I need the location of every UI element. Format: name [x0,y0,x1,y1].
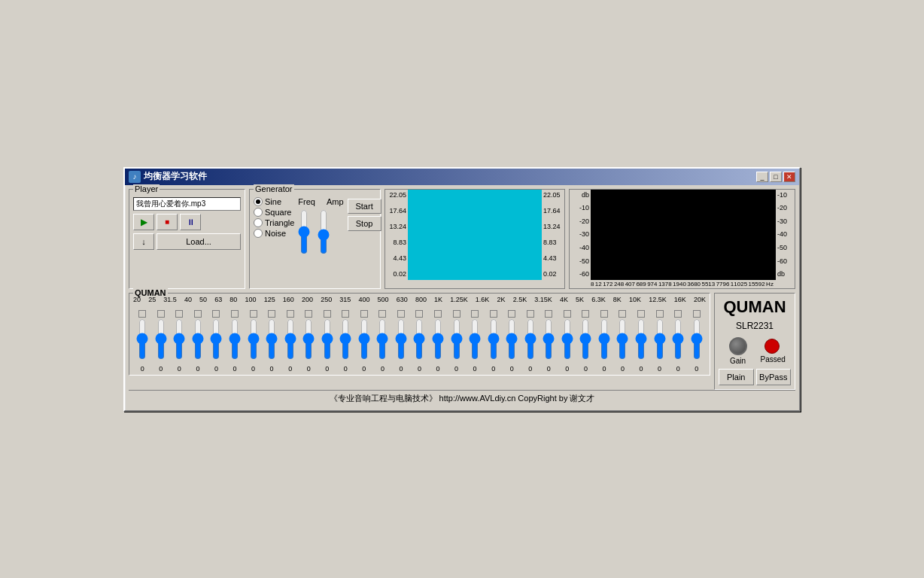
square-label: Square [265,208,291,217]
gen-stop-button[interactable]: Stop [348,216,381,231]
sine-label: Sine [265,197,281,206]
eq-slider-col-400 [373,310,392,360]
eq-top-6.3K [600,310,608,318]
sine-radio[interactable] [254,197,263,206]
amp-label: Amp [327,197,344,206]
eq-value-100: 0 [263,365,281,373]
plain-button[interactable]: Plain [719,369,754,385]
eq-band-12.5K[interactable] [655,318,665,360]
title-bar: ♪ 均衡器学习软件 _ □ ✕ [125,169,799,185]
eq-band-8K[interactable] [617,318,628,360]
yr-label-4: 8.83 [543,239,563,246]
noise-radio[interactable] [254,229,263,238]
eq-value-5K: 0 [576,365,595,373]
yr-label-6: 0.02 [543,270,563,278]
eq-slider-col-2.5K [521,310,540,360]
eq-top-1.6K [490,310,497,318]
sine-option[interactable]: Sine [254,197,294,206]
square-option[interactable]: Square [254,208,294,217]
eq-value-3.15K: 0 [540,365,558,373]
eq-band-160[interactable] [303,318,314,360]
square-radio[interactable] [254,208,263,217]
stop-icon: ■ [165,218,169,226]
eq-band-50[interactable] [211,318,221,360]
player-label: Player [133,184,160,193]
pause-button[interactable]: ⏸ [180,214,201,230]
eq-top-4K [564,310,571,318]
eq-band-1K[interactable] [451,318,462,360]
eq-slider-col-630 [410,310,429,360]
play-button[interactable]: ▶ [133,214,154,230]
gain-knob[interactable] [729,337,747,355]
spectrum-canvas [408,190,542,280]
amp-slider[interactable] [318,209,330,254]
eq-band-20K[interactable] [691,318,702,360]
spectrum-panel: 22.05 17.64 13.24 8.83 4.43 0.02 22.05 1… [384,189,565,289]
player-filename: 我曾用心爱着你.mp3 [133,197,241,211]
main-window: ♪ 均衡器学习软件 _ □ ✕ Player 我曾用心爱着你.mp3 ▶ ■ [123,167,801,412]
eq-band-10K[interactable] [636,318,646,360]
generator-label: Generator [254,184,294,193]
eq-slider-col-31.5 [170,310,189,360]
eq-top-40 [194,310,202,318]
eq-top-250 [342,310,349,318]
eq-band-100[interactable] [266,318,277,360]
triangle-option[interactable]: Triangle [254,218,294,227]
eq-value-2.5K: 0 [521,365,540,373]
eq-value-4K: 0 [558,365,577,373]
bypass-button[interactable]: ByPass [756,369,792,385]
eq-band-63[interactable] [229,318,240,360]
eq-band-800[interactable] [433,318,443,360]
eq-band-1.6K[interactable] [488,318,499,360]
noise-label: Noise [265,229,286,238]
eq-band-400[interactable] [377,318,388,360]
spectrum-y-right: 22.05 17.64 13.24 8.83 4.43 0.02 [542,190,564,280]
eq-slider-col-8K [613,310,632,360]
eq-band-2K[interactable] [506,318,517,360]
close-button[interactable]: ✕ [783,172,795,182]
eq-value-31.5: 0 [170,365,189,373]
eq-value-125: 0 [281,365,299,373]
eq-band-200[interactable] [322,318,333,360]
eq-band-6.3K[interactable] [599,318,609,360]
minimize-button[interactable]: _ [756,172,768,182]
eq-band-3.15K[interactable] [543,318,554,360]
eq-frequencies: 20 25 31.5 40 50 63 80 100 125 160 200 2… [132,296,707,303]
freq-slider[interactable] [298,209,310,254]
triangle-radio[interactable] [254,218,263,227]
eq-band-25[interactable] [156,318,166,360]
eq-band-2.5K[interactable] [525,318,536,360]
eq-band-4K[interactable] [562,318,573,360]
eq-band-250[interactable] [340,318,351,360]
load-button[interactable]: Load... [157,233,241,250]
freq-amp-labels: Freq Amp [298,197,343,206]
eq-value-40: 0 [189,365,208,373]
start-button[interactable]: Start [348,199,381,214]
noise-option[interactable]: Noise [254,229,294,238]
eq-band-315[interactable] [359,318,369,360]
eq-band-500[interactable] [396,318,406,360]
eq-slider-col-3.15K [540,310,558,360]
eq-band-630[interactable] [414,318,424,360]
stop-button[interactable]: ■ [157,214,178,230]
eq-band-20[interactable] [137,318,147,360]
eq-band-40[interactable] [193,318,203,360]
maximize-button[interactable]: □ [770,172,782,182]
ayr-label-2: -20 [777,204,793,211]
down-button[interactable]: ↓ [133,233,154,250]
ayr-label-1: -10 [777,191,793,199]
analyzer-y-right: -10 -20 -30 -40 -50 -60 db [776,190,795,280]
eq-top-31.5 [175,310,183,318]
eq-section: QUMAN 20 25 31.5 40 50 63 80 100 125 160… [129,293,710,376]
eq-top-315 [360,310,368,318]
eq-band-31.5[interactable] [174,318,184,360]
eq-band-1.25K[interactable] [470,318,480,360]
yr-label-5: 4.43 [543,254,563,262]
eq-band-125[interactable] [285,318,296,360]
eq-band-16K[interactable] [673,318,683,360]
eq-band-80[interactable] [248,318,259,360]
eq-band-5K[interactable] [580,318,591,360]
eq-slider-col-125 [281,310,299,360]
passed-label: Passed [761,355,783,364]
passed-indicator[interactable] [764,339,780,354]
